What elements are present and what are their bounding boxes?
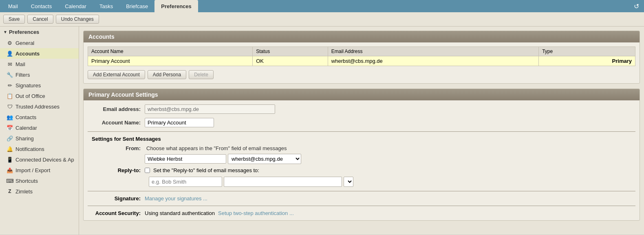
nav-preferences[interactable]: Preferences [154,0,198,12]
sidebar-item-trusted-addresses[interactable]: 🛡 Trusted Addresses [0,101,79,112]
cancel-button[interactable]: Cancel [27,15,53,24]
reply-to-email-select[interactable]: ▼ [344,177,353,187]
sidebar-label-notifications: Notifications [15,146,44,152]
sidebar-label-general: General [15,40,34,46]
sharing-icon: 🔗 [7,135,13,142]
col-header-name: Account Name [88,47,253,56]
account-name-input[interactable] [145,118,214,127]
add-external-account-button[interactable]: Add External Account [88,70,145,79]
zimlets-icon: Z [7,188,13,195]
divider-3 [88,206,635,206]
nav-calendar[interactable]: Calendar [58,0,93,12]
sidebar-item-filters[interactable]: 🔧 Filters [0,69,79,80]
sidebar-title: Preferences [9,29,39,35]
sidebar-item-out-of-office[interactable]: 📋 Out of Office [0,91,79,101]
notifications-icon: 🔔 [7,146,13,152]
content-area: Accounts Account Name Status Email Addre… [79,27,644,235]
add-persona-button[interactable]: Add Persona [148,70,186,79]
refresh-icon[interactable]: ↺ [631,2,642,10]
sent-messages-subtitle: Settings for Sent Messages [88,136,635,142]
sidebar-item-connected-devices[interactable]: 📱 Connected Devices & Ap [0,154,79,165]
sidebar-item-sharing[interactable]: 🔗 Sharing [0,133,79,144]
sidebar-label-shortcuts: Shortcuts [15,178,38,184]
sidebar-label-calendar: Calendar [15,125,37,131]
accounts-table: Account Name Status Email Address Type P… [88,47,635,66]
from-email-select[interactable]: wherbst@cbs.mpg.de [228,154,301,164]
cell-email: wherbst@cbs.mpg.de [328,56,538,66]
divider-2 [88,191,635,191]
sidebar-header: ▼ Preferences [0,27,79,38]
sidebar-label-signatures: Signatures [15,82,41,89]
manage-signatures-link[interactable]: Manage your signatures ... [145,195,207,202]
cell-account-name: Primary Account [88,56,253,66]
email-input [145,104,275,114]
reply-to-row: Reply-to: Set the "Reply-to" field of em… [88,167,635,173]
primary-settings-title: Primary Account Settings [88,91,158,98]
accounts-section: Accounts Account Name Status Email Addre… [83,31,640,84]
sidebar-item-calendar[interactable]: 📅 Calendar [0,122,79,133]
signatures-icon: ✏ [7,82,13,89]
undo-button[interactable]: Undo Changes [56,15,99,24]
sidebar-label-filters: Filters [15,72,30,78]
sidebar-label-trusted-addresses: Trusted Addresses [15,104,60,110]
table-row[interactable]: Primary Account OK wherbst@cbs.mpg.de Pr… [88,56,635,66]
account-name-row: Account Name: [88,118,635,127]
from-description: Choose what appears in the "From" field … [146,145,287,151]
sidebar-item-shortcuts[interactable]: ⌨ Shortcuts [0,175,79,186]
setup-two-step-link[interactable]: Setup two-step authentication ... [218,210,294,216]
nav-briefcase[interactable]: Briefcase [119,0,154,12]
out-of-office-icon: 📋 [7,93,13,99]
primary-settings-header: Primary Account Settings [84,89,640,100]
col-header-status: Status [253,47,328,56]
reply-to-checkbox-label: Set the "Reply-to" field of email messag… [153,167,259,173]
cell-status: OK [253,56,328,66]
reply-to-label: Reply-to: [92,167,145,173]
accounts-section-header: Accounts [84,31,640,42]
sidebar-label-out-of-office: Out of Office [15,93,45,99]
shortcuts-icon: ⌨ [7,177,13,184]
reply-to-name-input[interactable] [149,177,222,187]
gear-icon: ⚙ [7,40,13,46]
sidebar-item-notifications[interactable]: 🔔 Notifications [0,144,79,154]
signature-label: Signature: [92,195,145,202]
nav-right: ↺ [631,0,642,12]
sidebar-item-zimlets[interactable]: Z Zimlets [0,186,79,197]
sidebar-label-contacts: Contacts [15,114,36,120]
toolbar: Save Cancel Undo Changes [0,12,644,27]
nav-mail[interactable]: Mail [2,0,24,12]
email-label: Email address: [88,106,145,112]
accounts-title: Accounts [88,33,115,40]
sidebar-item-signatures[interactable]: ✏ Signatures [0,80,79,91]
divider-1 [88,131,635,132]
sidebar: ▼ Preferences ⚙ General 👤 Accounts ✉ Mai… [0,27,79,235]
sidebar-label-connected-devices: Connected Devices & Ap [15,157,74,163]
sidebar-arrow: ▼ [3,30,7,34]
calendar-icon: 📅 [7,124,13,131]
signature-row: Signature: Manage your signatures ... [88,195,635,202]
sidebar-item-import-export[interactable]: 📤 Import / Export [0,165,79,175]
sidebar-label-zimlets: Zimlets [15,188,33,195]
sidebar-item-accounts[interactable]: 👤 Accounts [0,48,79,59]
sidebar-label-mail: Mail [15,61,25,67]
col-header-type: Type [539,47,635,56]
main-layout: ▼ Preferences ⚙ General 👤 Accounts ✉ Mai… [0,27,644,235]
sidebar-label-sharing: Sharing [15,135,34,142]
reply-to-checkbox[interactable] [145,168,150,173]
save-button[interactable]: Save [3,15,25,24]
reply-to-fields: ▼ [88,177,635,187]
import-export-icon: 📤 [7,167,13,173]
mail-icon: ✉ [7,61,13,67]
sidebar-label-accounts: Accounts [15,51,40,57]
nav-contacts[interactable]: Contacts [24,0,58,12]
devices-icon: 📱 [7,156,13,163]
from-inputs-row: wherbst@cbs.mpg.de [88,154,635,164]
nav-tasks[interactable]: Tasks [93,0,119,12]
sidebar-item-mail[interactable]: ✉ Mail [0,59,79,69]
reply-to-email-input[interactable] [224,177,342,187]
sidebar-item-general[interactable]: ⚙ General [0,38,79,48]
contacts-icon: 👥 [7,114,13,120]
from-description-row: From: Choose what appears in the "From" … [88,145,635,151]
delete-button[interactable]: Delete [189,70,214,79]
from-name-input[interactable] [145,154,226,164]
sidebar-item-contacts[interactable]: 👥 Contacts [0,112,79,122]
